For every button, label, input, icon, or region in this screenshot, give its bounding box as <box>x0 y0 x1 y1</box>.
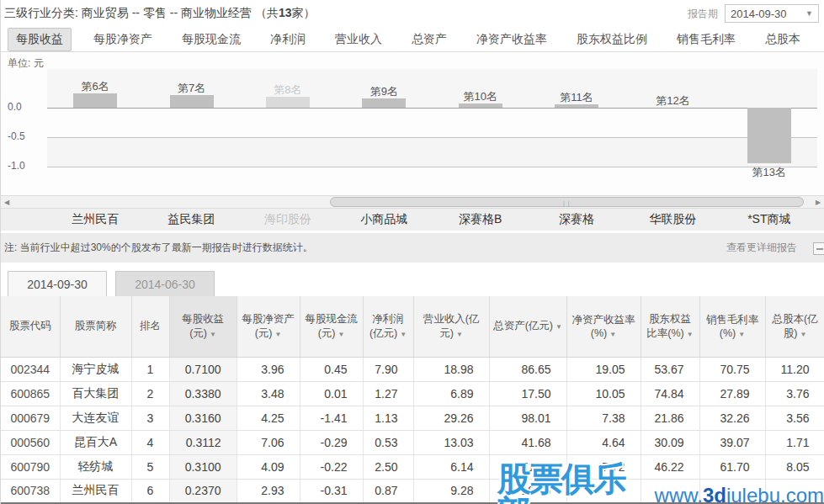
value-cell: 0.3160 <box>169 406 237 430</box>
detail-report-link[interactable]: 查看更详细报告 <box>726 241 797 255</box>
table-header: 股票代码股票简称排名每股收益(元)▼每股净资产(元)▼每股现金流(元)▼净利润(… <box>1 296 824 357</box>
value-cell: 70.75 <box>699 357 765 381</box>
sort-arrow-icon: ▼ <box>274 331 281 338</box>
value-cell: 27.89 <box>699 381 765 406</box>
table-body: 002344海宁皮城10.71003.960.457.9018.9886.651… <box>1 357 824 503</box>
column-header-sortable[interactable]: 每股现金流(元)▼ <box>300 296 363 357</box>
metric-tab[interactable]: 每股现金流 <box>174 29 248 50</box>
report-period-value: 2014-09-30 <box>731 8 787 20</box>
value-cell: 0.2370 <box>169 479 237 503</box>
scroll-left-icon[interactable]: ◀ <box>1 197 13 207</box>
x-axis-stock-label: 海印股份 <box>240 212 336 227</box>
x-axis-stock-label: 兰州民百 <box>47 212 143 227</box>
column-header-sortable[interactable]: 销售毛利率(%)▼ <box>699 296 765 357</box>
value-cell: 1.27 <box>363 381 413 406</box>
note-text: 注: 当前行业中超过30%的个股发布了最新一期报告时进行数据统计。 <box>4 241 726 255</box>
metric-tab[interactable]: 每股净资产 <box>86 29 160 50</box>
value-cell: 53.67 <box>641 357 699 381</box>
value-cell: 21.86 <box>641 406 699 430</box>
value-cell: 30.09 <box>641 430 699 454</box>
value-cell: 0.45 <box>300 357 363 381</box>
value-cell: 4.09 <box>237 454 300 479</box>
value-cell: 3 <box>131 406 169 430</box>
metric-tab[interactable]: 净利润 <box>263 29 313 50</box>
value-cell: -0.29 <box>300 430 363 454</box>
metric-tab[interactable]: 营业收入 <box>327 29 390 50</box>
sort-arrow-icon: ▼ <box>687 331 694 338</box>
report-icon[interactable] <box>813 242 824 255</box>
column-header-sortable[interactable]: 每股净资产(元)▼ <box>237 296 300 357</box>
note-row: 注: 当前行业中超过30%的个股发布了最新一期报告时进行数据统计。 查看更详细报… <box>1 231 824 263</box>
column-header-sortable[interactable]: 总资产(亿元)▼ <box>489 296 566 357</box>
bar-rank-label: 第10名 <box>433 89 529 104</box>
date-tab[interactable]: 2014-06-30 <box>115 271 215 296</box>
column-header-sortable[interactable]: 营业收入(亿元)▼ <box>413 296 489 357</box>
bar[interactable] <box>73 93 117 108</box>
value-cell: 1.13 <box>363 406 413 430</box>
value-cell: 2.93 <box>237 479 300 503</box>
value-cell: 8.05 <box>765 454 824 479</box>
x-axis-stock-label: *ST商城 <box>721 212 817 227</box>
report-period-label: 报告期 <box>688 7 718 21</box>
column-header-sortable[interactable]: 每股收益(元)▼ <box>169 296 237 357</box>
metric-tab[interactable]: 净资产收益率 <box>469 29 555 50</box>
date-tab[interactable]: 2014-09-30 <box>8 271 107 296</box>
stock-name-cell: 昆百大A <box>60 430 131 454</box>
column-header-sortable[interactable]: 净利润(亿元)▼ <box>363 296 413 357</box>
value-cell: 1.71 <box>765 430 824 454</box>
metric-tabs: 每股收益每股净资产每股现金流净利润营业收入总资产净资产收益率股东权益比例销售毛利… <box>1 27 824 52</box>
x-axis-stock-label: 深赛格 <box>529 212 625 227</box>
title-text: 三级行业分类: 商业贸易 -- 零售 -- 商业物业经营 （共 <box>4 6 279 19</box>
column-header-sortable[interactable]: 总股本(亿股)▼ <box>765 296 824 357</box>
value-cell: 4.25 <box>237 406 300 430</box>
y-axis-label: -0.5 <box>8 130 45 142</box>
value-cell: 11.20 <box>765 357 824 381</box>
bar[interactable] <box>362 98 406 108</box>
metric-tab[interactable]: 每股收益 <box>8 28 72 51</box>
scroll-right-icon[interactable]: ▶ <box>812 197 824 207</box>
bar[interactable] <box>266 97 310 108</box>
value-cell: 18.75 <box>489 479 566 503</box>
metric-tab[interactable]: 销售毛利率 <box>669 29 743 50</box>
value-cell: 5 <box>131 454 169 479</box>
chart-scrollbar[interactable]: ◀ | | ▶ <box>1 195 824 209</box>
bar[interactable] <box>170 95 214 108</box>
sort-arrow-icon: ▼ <box>456 331 463 338</box>
scrollbar-thumb[interactable]: | | <box>330 197 803 207</box>
column-header-sortable[interactable]: 股东权益比率(%)▼ <box>641 296 699 357</box>
stock-code-cell: 000679 <box>1 406 60 430</box>
table-row: 000679大连友谊30.31604.25-1.411.1329.2698.01… <box>1 406 824 430</box>
stock-name-cell: 轻纺城 <box>60 454 131 479</box>
metric-tab[interactable]: 股东权益比例 <box>569 29 655 50</box>
value-cell: 1 <box>131 357 169 381</box>
value-cell: 41.68 <box>489 430 566 454</box>
value-cell <box>765 479 824 503</box>
x-axis-stock-label: 小商品城 <box>336 212 432 227</box>
metric-tab[interactable]: 总股本 <box>758 29 808 50</box>
stock-name-cell: 百大集团 <box>60 381 131 406</box>
value-cell: 0.3380 <box>169 381 237 406</box>
bar[interactable] <box>747 108 791 163</box>
title-suffix: 家） <box>291 6 315 19</box>
report-period-select[interactable]: 2014-09-30 ▼ <box>725 4 819 23</box>
value-cell: 10.05 <box>566 381 641 406</box>
value-cell: 32.26 <box>699 406 765 430</box>
value-cell: 17.50 <box>489 381 566 406</box>
stock-code-cell: 000560 <box>1 430 60 454</box>
value-cell: 0.3112 <box>169 430 237 454</box>
bar-slot: 第8名 <box>240 69 336 187</box>
value-cell: 86.65 <box>489 357 566 381</box>
column-header-sortable[interactable]: 净资产收益率(%)▼ <box>566 296 641 357</box>
value-cell: 98.01 <box>489 406 566 430</box>
sort-arrow-icon: ▼ <box>800 331 806 338</box>
date-tabs: 2014-09-302014-06-30 <box>1 263 824 296</box>
value-cell: 0.01 <box>300 381 363 406</box>
metric-tab[interactable]: 总资产 <box>404 29 455 50</box>
column-header: 股票简称 <box>60 296 131 357</box>
value-cell: 74.84 <box>641 381 699 406</box>
sort-arrow-icon: ▼ <box>210 331 216 338</box>
x-axis-stock-label: 益民集团 <box>143 212 239 227</box>
value-cell: 13.03 <box>413 430 489 454</box>
scrollbar-grip-icon: | | <box>563 200 571 206</box>
bar-slot: 第9名 <box>336 69 432 187</box>
